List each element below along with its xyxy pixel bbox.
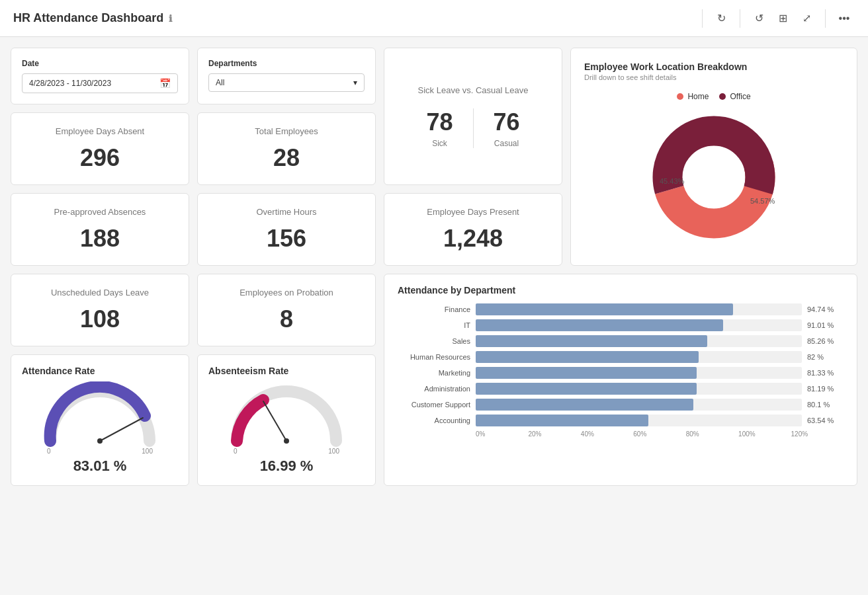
legend-home: Home (677, 92, 709, 101)
sync-button[interactable]: ↺ (748, 8, 769, 29)
sick-casual-numbers: 78 Sick 76 Casual (406, 108, 539, 148)
gauge-min: 0 (47, 448, 51, 455)
sick-value: 78 (426, 108, 453, 136)
axis-80: 80% (686, 430, 738, 438)
dashboard-title: HR Attendance Dashboard (13, 11, 163, 25)
info-icon[interactable]: ℹ (169, 13, 172, 24)
work-location-card: Employee Work Location Breakdown Drill d… (570, 48, 857, 266)
attendance-rate-card: Attendance Rate 0 100 83.01 % (11, 354, 189, 486)
sick-item: 78 Sick (406, 108, 472, 148)
overtime-hours-card: Overtime Hours 156 (197, 193, 376, 266)
bar-fill (476, 303, 733, 315)
days-present-value: 1,248 (443, 225, 503, 253)
gauge-fill2 (237, 400, 263, 441)
header-title-area: HR Attendance Dashboard ℹ (13, 11, 172, 25)
bar-pct-label: 82 % (807, 353, 844, 361)
unscheduled-value: 108 (80, 305, 120, 333)
dept-label: IT (398, 321, 470, 329)
casual-value: 76 (494, 108, 520, 136)
dept-label: Finance (398, 305, 470, 313)
table-row: Accounting63.54 % (398, 415, 844, 426)
bar-track (476, 367, 802, 379)
bar-fill (476, 383, 697, 395)
attendance-rate-title: Attendance Rate (22, 366, 178, 376)
table-row: Finance94.74 % (398, 303, 844, 315)
glasses-button[interactable]: ⊞ (772, 8, 793, 29)
axis-100: 100% (738, 430, 791, 438)
bar-pct-label: 94.74 % (807, 305, 844, 313)
work-location-title: Employee Work Location Breakdown (584, 61, 844, 72)
donut-hole (683, 146, 745, 208)
table-row: IT91.01 % (398, 319, 844, 331)
refresh-button[interactable]: ↻ (711, 8, 732, 29)
expand-button[interactable]: ⤢ (796, 8, 817, 29)
absenteeism-gauge-svg (227, 381, 346, 448)
overtime-label: Overtime Hours (256, 207, 316, 217)
office-label: Office (730, 92, 750, 101)
absent-label: Employee Days Absent (56, 126, 144, 136)
days-present-label: Employee Days Present (427, 207, 519, 217)
axis-40: 40% (581, 430, 633, 438)
dept-label: Customer Support (398, 401, 470, 409)
bar-fill (476, 335, 707, 347)
date-input[interactable]: 4/28/2023 - 11/30/2023 📅 (22, 73, 178, 93)
dept-value: All (216, 78, 224, 87)
date-label: Date (22, 59, 178, 68)
bar-pct-label: 80.1 % (807, 401, 844, 409)
gauge-needle2 (263, 401, 286, 441)
legend-office: Office (719, 92, 750, 101)
header-divider (702, 9, 703, 28)
bar-fill (476, 367, 697, 379)
probation-card: Employees on Probation 8 (197, 274, 376, 346)
gauge-pivot2 (284, 438, 289, 444)
preapproved-value: 188 (80, 225, 120, 253)
bar-track (476, 415, 802, 426)
bar-track (476, 399, 802, 411)
absent-value: 296 (80, 144, 120, 172)
axis-0: 0% (476, 430, 528, 438)
total-emp-label: Total Employees (255, 126, 318, 136)
bar-pct-label: 81.19 % (807, 385, 844, 393)
more-options-button[interactable]: ••• (834, 8, 855, 29)
unscheduled-label: Unscheduled Days Leave (51, 288, 149, 298)
bar-track (476, 351, 802, 363)
dept-label: Administration (398, 385, 470, 393)
header-actions: ↻ ↺ ⊞ ⤢ ••• (697, 8, 855, 29)
dept-label: Sales (398, 337, 470, 345)
bar-track (476, 383, 802, 395)
date-filter-card: Date 4/28/2023 - 11/30/2023 📅 (11, 48, 189, 104)
table-row: Administration81.19 % (398, 383, 844, 395)
days-present-card: Employee Days Present 1,248 (384, 193, 562, 266)
casual-item: 76 Casual (474, 108, 540, 148)
sick-label: Sick (426, 139, 453, 148)
bar-fill (476, 399, 693, 411)
employee-days-absent-card: Employee Days Absent 296 (11, 112, 189, 185)
home-dot (677, 93, 683, 100)
axis-60: 60% (633, 430, 685, 438)
preapproved-label: Pre-approved Absences (54, 207, 146, 217)
dept-filter-card: Departments All ▾ (197, 48, 376, 104)
casual-label: Casual (494, 139, 520, 148)
absenteeism-rate-card: Absenteeism Rate 0 100 16.99 % (197, 354, 376, 486)
bar-fill (476, 319, 723, 331)
absenteeism-rate-title: Absenteeism Rate (208, 366, 365, 376)
sick-casual-title: Sick Leave vs. Casual Leave (418, 85, 529, 95)
absenteeism-gauge: 0 100 16.99 % (208, 381, 365, 475)
probation-value: 8 (280, 305, 293, 333)
bar-track (476, 319, 802, 331)
work-location-subtitle: Drill down to see shift details (584, 73, 844, 81)
bar-pct-label: 85.26 % (807, 337, 844, 345)
work-location-legend: Home Office (584, 92, 844, 101)
dept-select[interactable]: All ▾ (208, 73, 365, 92)
bar-pct-label: 91.01 % (807, 321, 844, 329)
bar-axis: 0% 20% 40% 60% 80% 100% 120% (398, 430, 844, 438)
table-row: Human Resources82 % (398, 351, 844, 363)
axis-120: 120% (791, 430, 844, 438)
home-label: Home (687, 92, 709, 101)
bar-track (476, 303, 802, 315)
table-row: Marketing81.33 % (398, 367, 844, 379)
attendance-gauge-svg (40, 381, 159, 448)
gauge-max: 100 (142, 448, 153, 455)
home-pct-label: 45.43% (660, 177, 685, 185)
preapproved-absences-card: Pre-approved Absences 188 (11, 193, 189, 266)
